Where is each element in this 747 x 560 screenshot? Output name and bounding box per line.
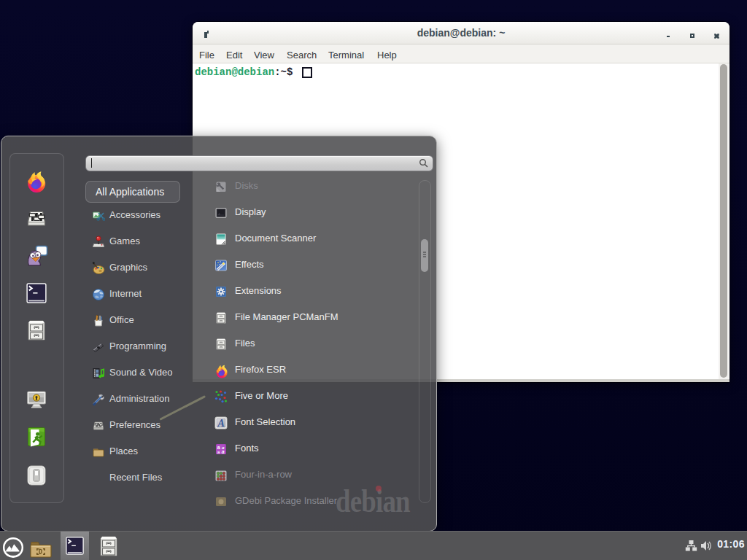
svg-text:a: a — [222, 449, 225, 454]
svg-text:A: A — [217, 418, 225, 429]
svg-text:a: a — [217, 449, 220, 455]
